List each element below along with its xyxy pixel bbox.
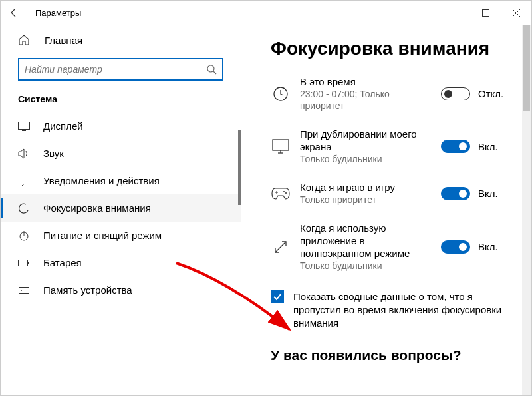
toggle-label: Вкл. (478, 241, 498, 252)
rule-title: Когда я играю в игру (300, 181, 434, 194)
toggle-label: Вкл. (478, 188, 498, 199)
toggle-during-hours[interactable] (441, 87, 470, 100)
window-title: Параметры (35, 8, 81, 18)
sidebar-item-label: Память устройства (43, 284, 132, 296)
svg-point-8 (21, 290, 22, 291)
search-icon (206, 64, 217, 75)
clock-icon (271, 86, 291, 102)
toggle-fullscreen[interactable] (441, 240, 470, 254)
home-link[interactable]: Главная (1, 29, 241, 51)
close-button[interactable] (501, 1, 531, 25)
svg-rect-2 (19, 122, 30, 129)
rule-duplicating-display[interactable]: При дублировании моего экрана Только буд… (271, 128, 511, 165)
gamepad-icon (271, 188, 291, 200)
sidebar-item-battery[interactable]: Батарея (1, 249, 241, 276)
display-icon (18, 122, 30, 131)
svg-rect-0 (482, 9, 489, 16)
svg-rect-3 (19, 176, 29, 184)
toggle-label: Откл. (478, 88, 503, 99)
rule-title: Когда я использую приложение в полноэкра… (300, 222, 434, 260)
sidebar-item-label: Звук (43, 148, 64, 159)
storage-icon (18, 285, 30, 296)
svg-point-12 (285, 192, 287, 194)
rule-sub: Только будильники (300, 153, 434, 165)
search-field[interactable] (25, 64, 206, 75)
rule-sub: Только будильники (300, 260, 434, 272)
rule-title: При дублировании моего экрана (300, 128, 434, 153)
notifications-icon (18, 176, 30, 186)
svg-rect-6 (28, 262, 29, 264)
back-button[interactable] (7, 7, 21, 18)
power-icon (18, 230, 30, 241)
group-label: Система (1, 90, 241, 112)
rule-title: В это время (300, 75, 434, 88)
sidebar-item-notifications[interactable]: Уведомления и действия (1, 167, 241, 194)
sidebar-item-label: Батарея (43, 257, 82, 268)
toggle-label: Вкл. (478, 141, 498, 152)
sidebar-item-label: Питание и спящий режим (43, 230, 162, 241)
rule-sub: 23:00 - 07:00; Только приоритет (300, 88, 434, 112)
svg-rect-10 (273, 140, 289, 150)
sidebar-item-label: Фокусировка внимания (43, 202, 151, 214)
sidebar-item-sound[interactable]: Звук (1, 140, 241, 167)
summary-checkbox-label: Показать сводные данные о том, что я про… (293, 290, 511, 330)
rule-sub: Только приоритет (300, 194, 434, 206)
minimize-button[interactable] (440, 1, 470, 25)
home-label: Главная (45, 35, 82, 46)
page-title: Фокусировка внимания (271, 38, 511, 59)
battery-icon (18, 259, 30, 267)
sidebar-item-power[interactable]: Питание и спящий режим (1, 222, 241, 249)
maximize-button[interactable] (470, 1, 501, 25)
summary-checkbox[interactable] (271, 290, 284, 303)
svg-point-1 (207, 65, 214, 72)
svg-point-11 (283, 191, 285, 192)
rule-gaming[interactable]: Когда я играю в игру Только приоритет Вк… (271, 181, 511, 206)
svg-rect-7 (19, 287, 29, 293)
search-input[interactable] (18, 58, 223, 81)
sidebar-item-focus-assist[interactable]: Фокусировка внимания (1, 194, 241, 222)
toggle-gaming[interactable] (441, 187, 470, 200)
sidebar-item-display[interactable]: Дисплей (1, 112, 241, 140)
focus-assist-icon (18, 203, 30, 214)
monitor-icon (271, 139, 291, 154)
sidebar: Главная Система Дисплей Звук (1, 25, 241, 395)
sound-icon (18, 148, 30, 159)
toggle-duplicating-display[interactable] (441, 140, 470, 153)
sidebar-item-label: Уведомления и действия (43, 175, 160, 186)
sidebar-item-label: Дисплей (43, 120, 83, 132)
sidebar-item-storage[interactable]: Память устройства (1, 276, 241, 303)
sidebar-scrollbar[interactable] (238, 130, 241, 205)
titlebar: Параметры (1, 1, 531, 25)
fullscreen-icon (271, 240, 291, 254)
help-heading: У вас появились вопросы? (271, 347, 511, 363)
home-icon (18, 34, 30, 46)
content-scrollbar[interactable] (522, 25, 531, 395)
content-area: Фокусировка внимания В это время 23:00 -… (241, 25, 531, 395)
rule-during-hours[interactable]: В это время 23:00 - 07:00; Только приори… (271, 75, 511, 112)
rule-fullscreen[interactable]: Когда я использую приложение в полноэкра… (271, 222, 511, 272)
svg-rect-5 (19, 260, 28, 266)
